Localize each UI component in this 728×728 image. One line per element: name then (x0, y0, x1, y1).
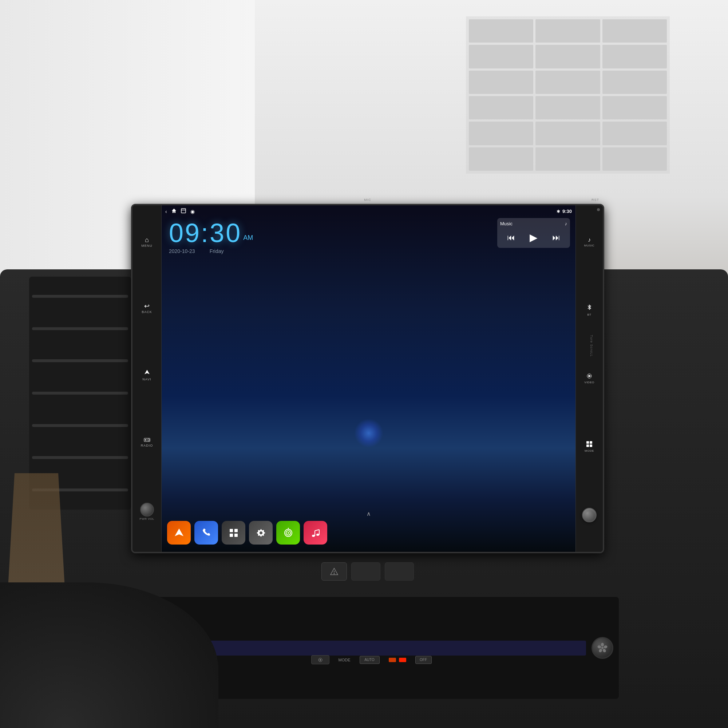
vent-slat (32, 424, 128, 427)
climate-indicator-lights (389, 658, 406, 662)
navi-button[interactable]: NAVI (135, 367, 159, 383)
svg-point-20 (316, 534, 319, 536)
blank-btn-2[interactable] (385, 562, 414, 581)
svg-point-19 (312, 535, 315, 537)
vent-slat (32, 327, 128, 330)
seatbelt-light (399, 658, 406, 662)
vent-slat (32, 359, 128, 362)
fan-knob[interactable] (592, 637, 613, 659)
bt-button[interactable]: BT (578, 303, 600, 318)
music-note-icon: ♪ (565, 221, 567, 226)
rst-label: RST (592, 198, 599, 202)
mode-ctrl-label: MODE (338, 658, 350, 662)
grid-bar (469, 122, 533, 145)
back-button[interactable]: ↩ BACK (135, 301, 159, 316)
bottom-climate-controls: MODE AUTO OFF (160, 655, 583, 664)
grid-bar (469, 147, 533, 171)
tune-scroll-knob[interactable] (582, 508, 596, 522)
mic-label: MIC (364, 198, 371, 202)
vent-slat (32, 392, 128, 395)
blank-btn-1[interactable] (351, 562, 380, 581)
back-icon: ↩ (144, 303, 150, 309)
climate-gear-btn[interactable] (311, 655, 329, 664)
pwr-vol-button[interactable]: PWR VOL (135, 500, 159, 523)
vent-slat (32, 456, 128, 459)
prev-button[interactable]: ⏮ (504, 231, 518, 244)
off-label: OFF (420, 658, 427, 662)
grid-bar (603, 45, 667, 68)
pwr-knob[interactable] (140, 503, 154, 517)
grid-bar (535, 147, 600, 171)
hazard-button[interactable] (321, 562, 347, 581)
phone-app-icon[interactable] (194, 521, 218, 544)
svg-rect-10 (234, 529, 238, 532)
tune-scroll-container (582, 508, 596, 522)
grid-bar (535, 70, 600, 94)
svg-point-17 (288, 532, 289, 534)
svg-point-40 (320, 659, 321, 661)
mode-icon (586, 441, 592, 448)
radio-app-icon[interactable] (276, 521, 300, 544)
menu-label: MENU (141, 244, 153, 248)
svg-rect-27 (590, 441, 592, 444)
grid-bar (535, 19, 600, 43)
svg-line-23 (315, 530, 319, 531)
main-screen: ‹ ◉ ✱ 9:30 (162, 205, 575, 552)
svg-rect-29 (590, 444, 592, 447)
window-grid (466, 16, 670, 174)
play-button[interactable]: ▶ (526, 230, 541, 245)
grid-bar (469, 96, 533, 119)
svg-point-2 (147, 439, 149, 441)
apps-app-icon[interactable] (222, 521, 245, 544)
clock-day: Friday (210, 248, 224, 254)
svg-rect-26 (586, 441, 589, 444)
back-label: BACK (142, 310, 152, 314)
video-button[interactable]: VIDEO (578, 372, 600, 386)
pwr-label: PWR VOL (139, 517, 154, 520)
music-right-button[interactable]: ♪ MUSIC (578, 235, 600, 249)
grid-bar (603, 147, 667, 171)
status-right: ✱ 9:30 (557, 209, 572, 214)
navi-icon (144, 369, 150, 377)
svg-marker-5 (172, 209, 176, 213)
climate-btn-group-auto: AUTO (359, 656, 380, 664)
off-button[interactable]: OFF (415, 656, 432, 664)
svg-point-33 (601, 647, 604, 649)
menu-button[interactable]: ⌂ MENU (135, 234, 159, 250)
mode-label: MODE (584, 449, 594, 453)
home-nav-icon[interactable] (171, 208, 177, 214)
svg-marker-25 (589, 375, 591, 377)
warning-light (389, 658, 396, 662)
auto-button[interactable]: AUTO (359, 656, 380, 664)
location-nav-icon[interactable]: ◉ (190, 209, 195, 214)
status-time: 9:30 (562, 209, 572, 214)
grid-bar (469, 70, 533, 94)
clock-date: 2020-10-23 (169, 248, 195, 254)
scroll-up-indicator[interactable]: ∧ (367, 510, 371, 517)
climate-buttons-row (131, 553, 604, 590)
climate-btn-group-1 (311, 655, 329, 664)
next-button[interactable]: ⏭ (549, 231, 563, 244)
navigation-app-icon[interactable] (167, 521, 191, 544)
video-label: VIDEO (584, 381, 594, 384)
clock-time: 09:30 (169, 219, 242, 248)
music-widget-title: Music (500, 221, 512, 226)
svg-marker-0 (145, 370, 150, 374)
back-nav-icon[interactable]: ‹ (165, 209, 167, 214)
mode-button[interactable]: MODE (578, 439, 600, 454)
settings-app-icon[interactable] (249, 521, 273, 544)
svg-rect-11 (230, 534, 233, 537)
grid-bar (469, 19, 533, 43)
grid-bar (535, 45, 600, 68)
screen-background (162, 205, 575, 552)
right-buttons-panel: ♪ MUSIC BT VIDEO (575, 205, 603, 552)
svg-marker-8 (175, 529, 184, 536)
nav-icons: ‹ ◉ (165, 208, 195, 214)
rst-dot (597, 208, 600, 211)
grid-bar (535, 96, 600, 119)
bt-icon (587, 304, 592, 312)
window-nav-icon[interactable] (181, 208, 186, 214)
music-app-icon[interactable] (304, 521, 327, 544)
radio-button[interactable]: RADIO (135, 434, 159, 450)
clock-date-row: 2020-10-23 Friday (169, 248, 253, 254)
